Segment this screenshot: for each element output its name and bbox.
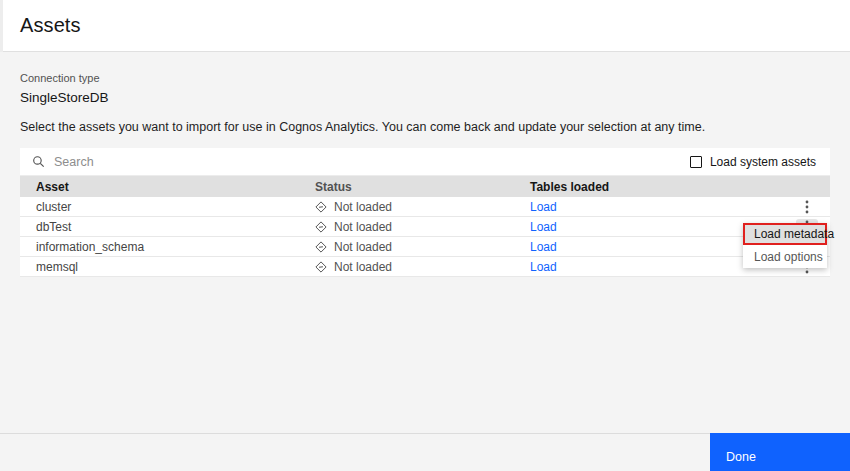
table-header-row: Asset Status Tables loaded — [20, 176, 830, 197]
asset-name: cluster — [20, 200, 315, 214]
not-loaded-icon — [315, 241, 327, 253]
column-header-tables-loaded: Tables loaded — [530, 180, 790, 194]
search-icon — [32, 155, 45, 168]
page-title: Assets — [20, 14, 81, 37]
load-system-assets-label: Load system assets — [710, 155, 816, 169]
table-row[interactable]: cluster Not loaded Load — [20, 197, 830, 217]
status-text: Not loaded — [334, 260, 392, 274]
connection-type-value: SingleStoreDB — [20, 90, 830, 105]
load-system-assets-checkbox[interactable]: Load system assets — [690, 155, 830, 169]
not-loaded-icon — [315, 261, 327, 273]
table-body: cluster Not loaded Load dbTest — [20, 197, 830, 277]
load-link[interactable]: Load — [530, 220, 557, 234]
load-link[interactable]: Load — [530, 260, 557, 274]
not-loaded-icon — [315, 221, 327, 233]
menu-item-load-metadata[interactable]: Load metadata — [743, 223, 827, 245]
status-text: Not loaded — [334, 200, 392, 214]
panel-header: Assets — [0, 0, 850, 52]
panel-footer: Done — [0, 433, 850, 471]
overflow-menu-button[interactable] — [796, 199, 818, 215]
overflow-dots-icon — [805, 200, 809, 214]
description-text: Select the assets you want to import for… — [20, 120, 830, 134]
checkbox-icon[interactable] — [690, 156, 702, 168]
done-button[interactable]: Done — [710, 433, 850, 471]
table-toolbar: Load system assets — [20, 148, 830, 176]
asset-name: dbTest — [20, 220, 315, 234]
panel-edge — [0, 0, 3, 52]
not-loaded-icon — [315, 201, 327, 213]
load-link[interactable]: Load — [530, 200, 557, 214]
table-row[interactable]: dbTest Not loaded Load — [20, 217, 830, 237]
load-link[interactable]: Load — [530, 240, 557, 254]
status-text: Not loaded — [334, 220, 392, 234]
asset-name: memsql — [20, 260, 315, 274]
connection-type-label: Connection type — [20, 72, 830, 84]
overflow-context-menu: Load metadata Load options — [743, 223, 827, 268]
column-header-status: Status — [315, 180, 530, 194]
menu-item-load-options[interactable]: Load options — [743, 245, 827, 268]
column-header-asset: Asset — [20, 180, 315, 194]
search-box[interactable] — [20, 155, 690, 169]
asset-name: information_schema — [20, 240, 315, 254]
search-input[interactable] — [54, 155, 354, 169]
table-row[interactable]: information_schema Not loaded Load — [20, 237, 830, 257]
assets-table-panel: Load system assets Asset Status Tables l… — [20, 148, 830, 277]
status-text: Not loaded — [334, 240, 392, 254]
panel-body: Connection type SingleStoreDB Select the… — [0, 72, 850, 277]
table-row[interactable]: memsql Not loaded Load — [20, 257, 830, 277]
assets-import-dialog: Assets Connection type SingleStoreDB Sel… — [0, 0, 850, 471]
